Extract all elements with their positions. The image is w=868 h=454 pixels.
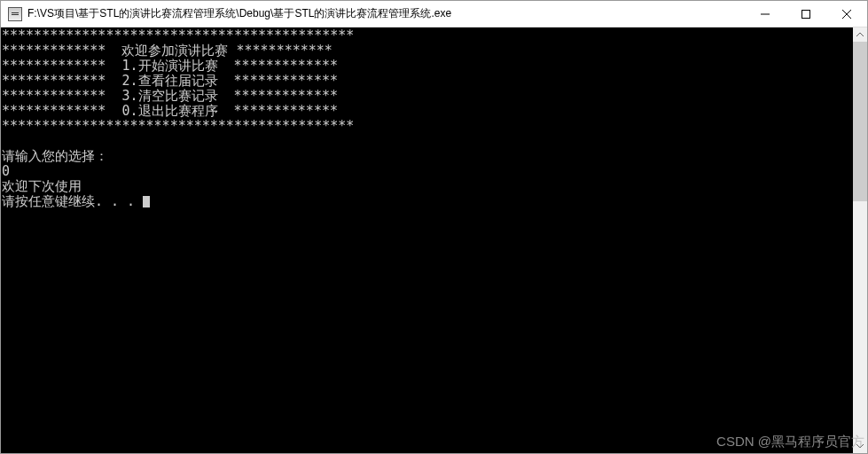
- menu-item-0: ************* 0.退出比赛程序 *************: [2, 103, 338, 119]
- cursor: [143, 196, 150, 207]
- maximize-icon: [802, 10, 810, 19]
- scrollbar-thumb[interactable]: [853, 42, 867, 201]
- app-window: F:\VS项目\基于STL的演讲比赛流程管理系统\Debug\基于STL的演讲比…: [0, 0, 868, 454]
- goodbye-text: 欢迎下次使用: [2, 178, 82, 194]
- prompt-text: 请输入您的选择：: [2, 148, 108, 164]
- menu-item-2: ************* 2.查看往届记录 *************: [2, 73, 338, 89]
- menu-header: ************* 欢迎参加演讲比赛 ************: [2, 43, 332, 59]
- menu-border-bottom: ****************************************…: [2, 118, 354, 134]
- chevron-down-icon: [856, 442, 864, 450]
- titlebar[interactable]: F:\VS项目\基于STL的演讲比赛流程管理系统\Debug\基于STL的演讲比…: [1, 1, 867, 27]
- maximize-button[interactable]: [786, 1, 826, 27]
- scrollbar-track[interactable]: [853, 42, 867, 439]
- close-button[interactable]: [826, 1, 867, 27]
- continue-text: 请按任意键继续. . .: [2, 193, 143, 209]
- minimize-button[interactable]: [745, 1, 786, 27]
- scroll-up-button[interactable]: [853, 27, 867, 42]
- menu-border-top: ****************************************…: [2, 27, 354, 43]
- user-input: 0: [2, 163, 10, 179]
- menu-item-3: ************* 3.清空比赛记录 *************: [2, 88, 338, 104]
- menu-item-1: ************* 1.开始演讲比赛 *************: [2, 58, 338, 74]
- window-title: F:\VS项目\基于STL的演讲比赛流程管理系统\Debug\基于STL的演讲比…: [27, 6, 745, 21]
- vertical-scrollbar[interactable]: [853, 27, 867, 453]
- svg-rect-1: [802, 10, 810, 18]
- minimize-icon: [761, 10, 770, 19]
- app-icon: [8, 7, 22, 21]
- close-icon: [842, 10, 851, 19]
- console-output[interactable]: ****************************************…: [1, 27, 853, 453]
- scroll-down-button[interactable]: [853, 439, 867, 453]
- chevron-up-icon: [856, 31, 864, 38]
- window-controls: [745, 1, 867, 27]
- client-area: ****************************************…: [1, 27, 867, 453]
